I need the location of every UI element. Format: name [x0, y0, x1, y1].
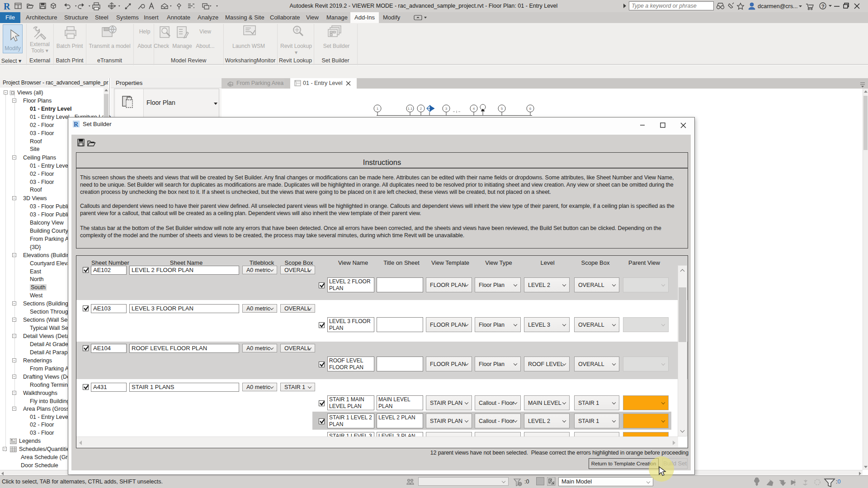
svg-text:2: 2: [420, 107, 422, 111]
svg-text:6: 6: [529, 107, 532, 111]
svg-text:3: 3: [445, 107, 448, 111]
svg-text:4: 4: [473, 107, 475, 111]
svg-text:dcarmen@crs...: dcarmen@crs...: [758, 3, 797, 9]
svg-text:R: R: [74, 121, 79, 128]
svg-text:5: 5: [501, 107, 503, 111]
svg-text:1: 1: [377, 107, 379, 111]
svg-text:R: R: [4, 1, 10, 11]
svg-text:?: ?: [821, 4, 825, 9]
svg-text:1.1: 1.1: [407, 107, 413, 111]
